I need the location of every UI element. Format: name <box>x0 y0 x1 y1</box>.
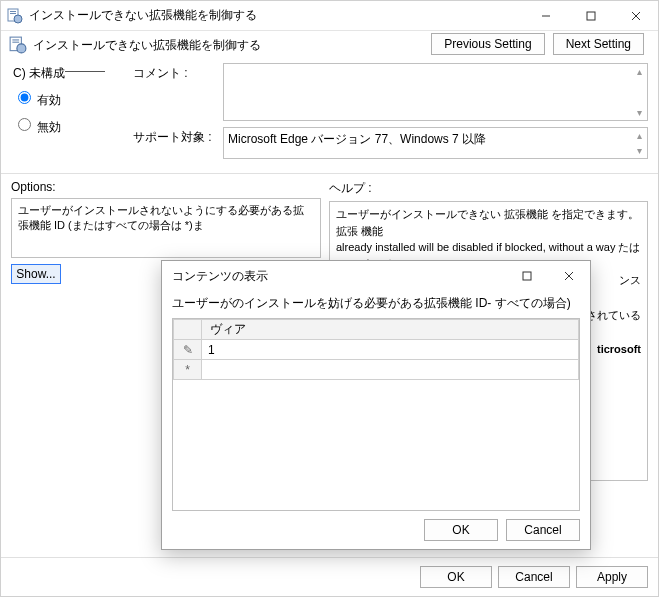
supported-label: サポート対象 : <box>133 127 223 146</box>
window-controls <box>523 2 658 30</box>
svg-rect-12 <box>523 272 531 280</box>
maximize-button[interactable] <box>568 2 613 30</box>
grid-row-marker: * <box>174 360 202 380</box>
options-label: Options: <box>11 178 321 198</box>
comment-textarea[interactable]: ▴▾ <box>223 63 648 121</box>
show-contents-dialog: コンテンツの表示 ユーザーがのインストールを妨げる必要がある拡張機能 ID- す… <box>161 260 591 550</box>
policy-editor-window: インストールできない拡張機能を制御する インストールできない拡張機能を制御する <box>0 0 659 597</box>
grid-cell[interactable]: 1 <box>202 340 579 360</box>
radio-not-configured[interactable]: C) 未構成 <box>13 65 133 82</box>
apply-button[interactable]: Apply <box>576 566 648 588</box>
modal-maximize-button[interactable] <box>506 262 548 290</box>
show-button[interactable]: Show... <box>11 264 61 284</box>
modal-title: コンテンツの表示 <box>168 268 506 285</box>
next-setting-button[interactable]: Next Setting <box>553 33 644 55</box>
svg-rect-9 <box>12 39 19 40</box>
supported-on-box: Microsoft Edge バージョン 77、Windows 7 以降 ▴▾ <box>223 127 648 159</box>
options-description: ユーザーがインストールされないようにする必要がある拡張機能 ID (またはすべて… <box>18 203 314 234</box>
window-title: インストールできない拡張機能を制御する <box>29 7 523 24</box>
svg-point-3 <box>14 15 22 23</box>
grid-corner <box>174 320 202 340</box>
svg-rect-2 <box>10 13 16 14</box>
modal-close-button[interactable] <box>548 262 590 290</box>
policy-heading: インストールできない拡張機能を制御する <box>33 37 261 54</box>
dialog-footer: OK Cancel Apply <box>1 557 658 596</box>
policy-icon <box>7 8 23 24</box>
minimize-button[interactable] <box>523 2 568 30</box>
modal-footer: OK Cancel <box>162 511 590 549</box>
svg-rect-1 <box>10 11 16 12</box>
svg-point-11 <box>17 44 26 53</box>
modal-cancel-button[interactable]: Cancel <box>506 519 580 541</box>
svg-rect-5 <box>587 12 595 20</box>
grid-row[interactable]: ✎ 1 <box>174 340 579 360</box>
modal-body: ユーザーがのインストールを妨げる必要がある拡張機能 ID- すべての場合) ヴィ… <box>162 291 590 511</box>
close-button[interactable] <box>613 2 658 30</box>
help-label: ヘルプ : <box>329 178 648 201</box>
value-grid[interactable]: ヴィア ✎ 1 * <box>172 318 580 511</box>
cancel-button[interactable]: Cancel <box>498 566 570 588</box>
modal-prompt: ユーザーがのインストールを妨げる必要がある拡張機能 ID- すべての場合) <box>172 295 580 318</box>
modal-window-controls <box>506 262 590 290</box>
radio-disabled[interactable]: 無効 <box>13 115 133 136</box>
supported-on-text: Microsoft Edge バージョン 77、Windows 7 以降 <box>228 132 486 146</box>
previous-setting-button[interactable]: Previous Setting <box>431 33 544 55</box>
modal-ok-button[interactable]: OK <box>424 519 498 541</box>
scrollbar[interactable]: ▴▾ <box>633 130 645 156</box>
svg-rect-10 <box>12 42 19 43</box>
modal-titlebar: コンテンツの表示 <box>162 261 590 291</box>
grid-row-marker: ✎ <box>174 340 202 360</box>
comment-label: コメント : <box>133 63 223 82</box>
radio-disabled-input[interactable] <box>18 118 31 131</box>
grid-row[interactable]: * <box>174 360 579 380</box>
state-radios: C) 未構成 有効 無効 <box>13 63 133 142</box>
grid-cell[interactable] <box>202 360 579 380</box>
ok-button[interactable]: OK <box>420 566 492 588</box>
grid-column-header: ヴィア <box>202 320 579 340</box>
options-panel: ユーザーがインストールされないようにする必要がある拡張機能 ID (またはすべて… <box>11 198 321 258</box>
radio-enabled[interactable]: 有効 <box>13 88 133 109</box>
policy-icon <box>9 36 27 54</box>
main-titlebar: インストールできない拡張機能を制御する <box>1 1 658 31</box>
radio-enabled-input[interactable] <box>18 91 31 104</box>
config-area: C) 未構成 有効 無効 コメント : ▴▾ <box>1 63 658 173</box>
scrollbar[interactable]: ▴▾ <box>633 66 645 118</box>
help-text: ユーザーがインストールできない 拡張機能 を指定できます。拡張 機能 <box>336 206 641 239</box>
